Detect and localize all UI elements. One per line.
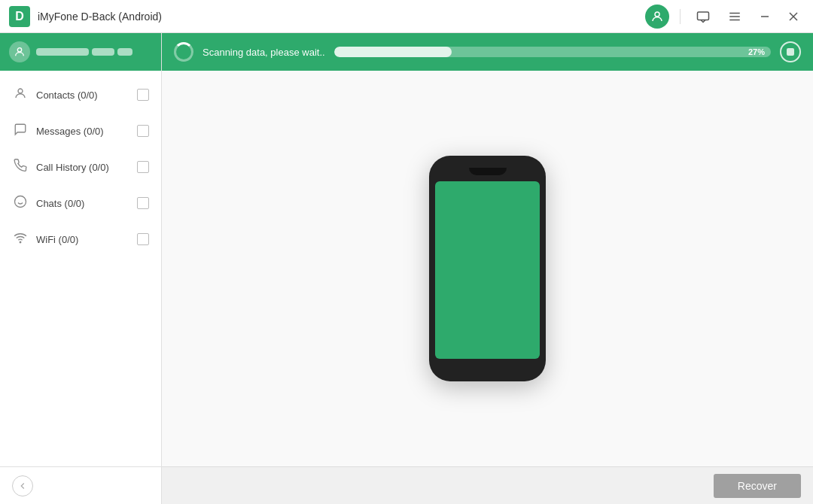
messages-icon <box>12 123 29 140</box>
progress-spinner <box>174 42 193 62</box>
progress-track: 27% <box>334 47 771 57</box>
phone-notch-area <box>435 165 540 178</box>
svg-point-10 <box>15 196 26 207</box>
sidebar-item-chats[interactable]: Chats (0/0) <box>0 185 161 221</box>
bottom-bar: Recover <box>162 466 813 504</box>
sidebar-footer <box>0 466 161 504</box>
sidebar-user-bar-2 <box>92 48 114 56</box>
wifi-label: WiFi (0/0) <box>36 234 129 245</box>
phone-mockup <box>429 156 546 381</box>
app-logo: D <box>9 6 30 27</box>
minimize-button[interactable] <box>754 6 775 27</box>
chats-checkbox[interactable] <box>137 197 149 209</box>
sidebar-items: Contacts (0/0) Messages (0/0) <box>0 71 161 466</box>
phone-screen <box>435 181 540 359</box>
phone-area <box>162 71 813 466</box>
chats-label: Chats (0/0) <box>36 198 129 209</box>
phone-home-button <box>435 363 540 372</box>
wifi-checkbox[interactable] <box>137 233 149 245</box>
title-separator <box>680 9 681 24</box>
title-controls <box>645 5 804 29</box>
phone-notch <box>469 168 507 175</box>
content-area: Scanning data, please wait.. 27% Recover <box>162 33 813 504</box>
chat-icon[interactable] <box>691 5 715 29</box>
recover-button[interactable]: Recover <box>714 474 801 498</box>
call-history-label: Call History (0/0) <box>36 162 129 173</box>
svg-point-8 <box>17 48 21 52</box>
messages-label: Messages (0/0) <box>36 126 129 137</box>
stop-button[interactable] <box>780 41 801 62</box>
call-history-icon <box>12 159 29 176</box>
main-content: Contacts (0/0) Messages (0/0) <box>0 33 813 504</box>
sidebar-item-messages[interactable]: Messages (0/0) <box>0 113 161 149</box>
messages-checkbox[interactable] <box>137 125 149 137</box>
call-history-checkbox[interactable] <box>137 161 149 173</box>
sidebar-item-call-history[interactable]: Call History (0/0) <box>0 149 161 185</box>
svg-point-13 <box>20 241 21 243</box>
svg-rect-1 <box>698 12 709 20</box>
sidebar-item-contacts[interactable]: Contacts (0/0) <box>0 77 161 113</box>
wifi-icon <box>12 231 29 248</box>
progress-percent: 27% <box>748 47 765 56</box>
close-button[interactable] <box>783 6 804 27</box>
sidebar-header <box>0 33 161 71</box>
stop-icon <box>787 48 794 56</box>
back-button[interactable] <box>12 475 33 496</box>
contacts-icon <box>12 87 29 104</box>
sidebar-user-bar-1 <box>36 48 89 56</box>
contacts-checkbox[interactable] <box>137 89 149 101</box>
progress-bar-area: Scanning data, please wait.. 27% <box>162 33 813 71</box>
chats-icon <box>12 195 29 212</box>
sidebar-user-bar-3 <box>117 48 132 56</box>
svg-point-9 <box>18 89 23 93</box>
sidebar-item-wifi[interactable]: WiFi (0/0) <box>0 221 161 257</box>
app-title: iMyFone D-Back (Android) <box>38 11 645 23</box>
progress-text: Scanning data, please wait.. <box>202 47 325 58</box>
contacts-label: Contacts (0/0) <box>36 90 129 101</box>
title-bar: D iMyFone D-Back (Android) <box>0 0 813 33</box>
progress-fill <box>334 47 452 57</box>
user-icon[interactable] <box>645 5 669 29</box>
sidebar-user-icon <box>9 41 30 62</box>
sidebar-user-info <box>36 48 152 56</box>
sidebar: Contacts (0/0) Messages (0/0) <box>0 33 162 504</box>
menu-icon[interactable] <box>723 5 747 29</box>
svg-point-0 <box>655 12 659 17</box>
